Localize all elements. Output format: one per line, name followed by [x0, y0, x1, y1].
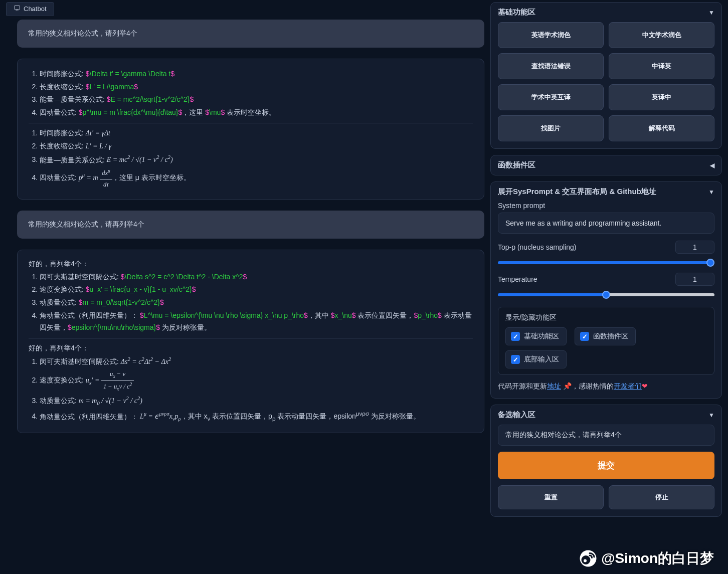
user-text: 常用的狭义相对论公式，请列举4个 — [28, 29, 137, 37]
cb-plugin-area[interactable]: ✓ 函数插件区 — [575, 327, 636, 345]
bot-message: 时间膨胀公式: $\Delta t' = \gamma \Delta t$ 长度… — [17, 59, 484, 200]
chat-icon — [14, 5, 21, 13]
submit-button[interactable]: 提交 — [498, 452, 714, 479]
chat-column: Chatbot 常用的狭义相对论公式，请列举4个 时间膨胀公式: $\Delta… — [0, 0, 490, 574]
panel-input-header[interactable]: 备选输入区 ▼ — [498, 410, 714, 420]
checkbox-checked-icon: ✓ — [580, 332, 589, 341]
tab-bar: Chatbot — [6, 2, 484, 16]
cb-label: 基础功能区 — [524, 332, 559, 341]
user-message: 常用的狭义相对论公式，请再列举4个 — [17, 211, 484, 239]
topp-label: Top-p (nucleus sampling) — [498, 243, 576, 251]
panel-advanced: 展开SysPrompt & 交互界面布局 & Github地址 ▼ System… — [490, 181, 722, 399]
list-item: 速度变换公式: ux' = ux − v1 − uxv / c2 — [40, 369, 473, 393]
fn-en-to-zh[interactable]: 英译中 — [609, 84, 714, 110]
panel-title: 函数插件区 — [498, 160, 535, 170]
cb-label: 函数插件区 — [593, 332, 628, 341]
panel-plugins-header[interactable]: 函数插件区 ◀ — [498, 160, 714, 170]
list-item: 闵可夫斯基时空间隔公式: Δs2 = c2Δt2 − Δx2 — [40, 355, 473, 367]
panel-input: 备选输入区 ▼ 提交 重置 停止 — [490, 405, 722, 517]
cb-basic-area[interactable]: ✓ 基础功能区 — [505, 327, 567, 345]
tab-chatbot[interactable]: Chatbot — [6, 2, 54, 16]
panel-title: 备选输入区 — [498, 410, 535, 420]
temperature-label: Temperature — [498, 275, 537, 283]
chevron-down-icon: ▼ — [708, 188, 714, 196]
fn-explain-code[interactable]: 解释代码 — [609, 115, 714, 141]
rendered-list: 时间膨胀公式: Δt' = γΔt 长度收缩公式: L' = L / γ 能量—… — [40, 127, 473, 190]
heart-icon: ❤ — [642, 382, 648, 390]
temperature-row: Temperature 1 — [498, 273, 714, 298]
fn-academic-trans[interactable]: 学术中英互译 — [498, 84, 604, 110]
list-item: 四动量公式: pμ = m dxμdτ，这里 μ 表示时空坐标。 — [40, 167, 473, 190]
fn-find-image[interactable]: 找图片 — [498, 115, 604, 141]
panel-title: 展开SysPrompt & 交互界面布局 & Github地址 — [498, 187, 656, 197]
list-item: 时间膨胀公式: Δt' = γΔt — [40, 127, 473, 139]
user-message: 常用的狭义相对论公式，请列举4个 — [17, 20, 484, 48]
topp-value[interactable]: 1 — [675, 241, 714, 254]
bot-intro: 好的，再列举4个： — [29, 342, 473, 354]
basic-button-grid: 英语学术润色 中文学术润色 查找语法错误 中译英 学术中英互译 英译中 找图片 … — [498, 22, 714, 141]
list-item: 时间膨胀公式: $\Delta t' = \gamma \Delta t$ — [40, 68, 473, 80]
pin-icon: 📌 — [563, 382, 572, 390]
list-item: 长度收缩公式: $L' = L/\gamma$ — [40, 81, 473, 93]
user-text: 常用的狭义相对论公式，请再列举4个 — [28, 220, 144, 228]
devs-link[interactable]: 开发者们 — [614, 382, 642, 390]
list-item: 能量—质量关系公式: $E = mc^2/\sqrt{1-v^2/c^2}$ — [40, 94, 473, 106]
fn-chinese-polish[interactable]: 中文学术润色 — [609, 22, 714, 48]
latex-source-list: 闵可夫斯基时空间隔公式: $\Delta s^2 = c^2 \Delta t^… — [40, 271, 473, 334]
sys-prompt-input[interactable] — [498, 213, 714, 234]
divider — [29, 338, 473, 338]
panel-plugins: 函数插件区 ◀ — [490, 155, 722, 175]
panel-basic-header[interactable]: 基础功能区 ▼ — [498, 8, 714, 17]
alt-input[interactable] — [498, 425, 714, 446]
latex-source-list: 时间膨胀公式: $\Delta t' = \gamma \Delta t$ 长度… — [40, 68, 473, 119]
checkbox-checked-icon: ✓ — [511, 332, 520, 341]
topp-slider[interactable] — [498, 261, 714, 264]
list-item: 闵可夫斯基时空间隔公式: $\Delta s^2 = c^2 \Delta t^… — [40, 271, 473, 283]
footer-line: 代码开源和更新地址 📌，感谢热情的开发者们❤ — [498, 382, 714, 391]
chevron-down-icon: ▼ — [708, 412, 714, 419]
list-item: 角动量公式（利用四维矢量）： $L^\mu = \epsilon^{\mu \n… — [40, 310, 473, 334]
bot-intro: 好的，再列举4个： — [29, 258, 473, 270]
reset-button[interactable]: 重置 — [498, 485, 604, 509]
sys-prompt-label: System prompt — [498, 202, 714, 210]
chevron-down-icon: ▼ — [708, 9, 714, 16]
stop-button[interactable]: 停止 — [609, 485, 714, 509]
rendered-list: 闵可夫斯基时空间隔公式: Δs2 = c2Δt2 − Δx2 速度变换公式: u… — [40, 355, 473, 423]
list-item: 动质量公式: m = m0 / √(1 − v2 / c2) — [40, 394, 473, 408]
temperature-slider[interactable] — [498, 293, 714, 296]
topp-row: Top-p (nucleus sampling) 1 — [498, 241, 714, 266]
chevron-left-icon: ◀ — [710, 162, 714, 169]
list-item: 速度变换公式: $u_x' = \frac{u_x - v}{1 - u_xv/… — [40, 284, 473, 296]
bot-message: 好的，再列举4个： 闵可夫斯基时空间隔公式: $\Delta s^2 = c^2… — [17, 250, 484, 433]
list-item: 动质量公式: $m = m_0/\sqrt{1-v^2/c^2}$ — [40, 297, 473, 309]
list-item: 角动量公式（利用四维矢量）： Lμ = ϵμνρσxνpρ，其中 xν 表示位置… — [40, 409, 473, 424]
cb-bottom-input[interactable]: ✓ 底部输入区 — [505, 350, 567, 368]
repo-link[interactable]: 地址 — [547, 382, 561, 390]
panel-basic: 基础功能区 ▼ 英语学术润色 中文学术润色 查找语法错误 中译英 学术中英互译 … — [490, 2, 722, 149]
list-item: 长度收缩公式: L' = L / γ — [40, 140, 473, 152]
panel-title: 基础功能区 — [498, 8, 535, 17]
fn-grammar-check[interactable]: 查找语法错误 — [498, 53, 604, 79]
fn-zh-to-en[interactable]: 中译英 — [609, 53, 714, 79]
list-item: 能量—质量关系公式: E = mc2 / √(1 − v2 / c2) — [40, 153, 473, 166]
svg-rect-0 — [15, 6, 20, 10]
tab-label: Chatbot — [24, 5, 47, 13]
side-column: 基础功能区 ▼ 英语学术润色 中文学术润色 查找语法错误 中译英 学术中英互译 … — [490, 0, 728, 574]
temperature-value[interactable]: 1 — [675, 273, 714, 286]
panel-advanced-header[interactable]: 展开SysPrompt & 交互界面布局 & Github地址 ▼ — [498, 187, 714, 197]
checkbox-checked-icon: ✓ — [511, 355, 520, 364]
fn-english-polish[interactable]: 英语学术润色 — [498, 22, 604, 48]
list-item: 四动量公式: $p^\mu = m \frac{dx^\mu}{d\tau}$，… — [40, 107, 473, 119]
divider — [29, 123, 473, 123]
visibility-group: 显示/隐藏功能区 ✓ 基础功能区 ✓ 函数插件区 ✓ 底部输入区 — [498, 307, 714, 375]
cb-label: 底部输入区 — [524, 355, 559, 364]
visibility-header: 显示/隐藏功能区 — [505, 313, 707, 322]
